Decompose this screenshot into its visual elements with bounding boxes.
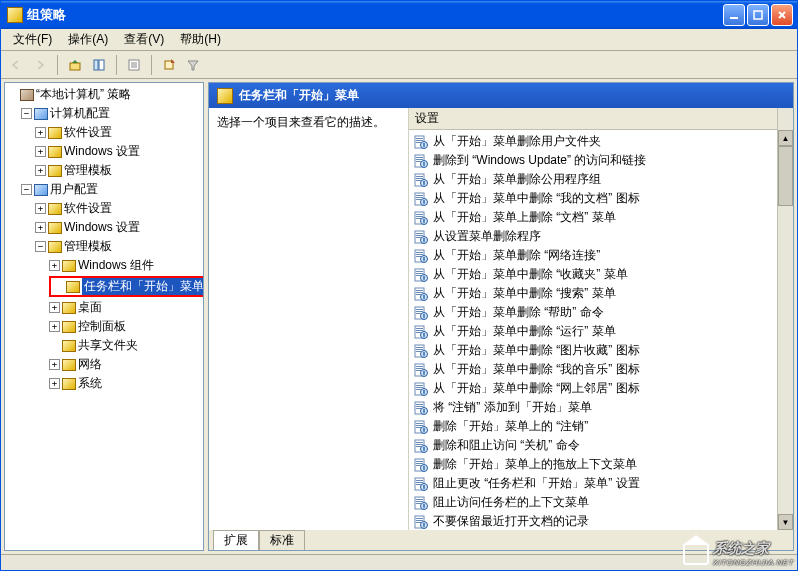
list-item[interactable]: 从「开始」菜单中删除 “收藏夹” 菜单 xyxy=(409,265,777,284)
tree-item-admin-templates[interactable]: −管理模板 xyxy=(35,237,201,256)
list-item-label: 删除「开始」菜单上的 “注销” xyxy=(433,418,588,435)
collapse-icon[interactable]: − xyxy=(21,108,32,119)
list-item[interactable]: 删除到 “Windows Update” 的访问和链接 xyxy=(409,151,777,170)
svg-rect-42 xyxy=(416,216,423,217)
tree-item[interactable]: +网络 xyxy=(49,355,201,374)
view-tabs: 扩展 标准 xyxy=(209,530,793,550)
forward-button xyxy=(29,54,51,76)
menu-help[interactable]: 帮助(H) xyxy=(172,29,229,50)
tree-item[interactable]: +桌面 xyxy=(49,298,201,317)
maximize-button[interactable] xyxy=(747,4,769,26)
menu-view[interactable]: 查看(V) xyxy=(116,29,172,50)
folder-icon xyxy=(62,378,76,390)
expand-icon[interactable]: + xyxy=(49,302,60,313)
folder-icon xyxy=(62,302,76,314)
list-item[interactable]: 将 “注销” 添加到「开始」菜单 xyxy=(409,398,777,417)
column-header-setting[interactable]: 设置 xyxy=(409,108,777,130)
tree-root[interactable]: “本地计算机” 策略 xyxy=(7,85,201,104)
list-item[interactable]: 删除「开始」菜单上的拖放上下文菜单 xyxy=(409,455,777,474)
tree-item-taskbar-selected[interactable]: 任务栏和「开始」菜单 xyxy=(49,275,201,298)
scroll-down-button[interactable]: ▼ xyxy=(778,514,793,530)
close-button[interactable] xyxy=(771,4,793,26)
svg-rect-102 xyxy=(423,374,424,375)
tree-item[interactable]: +软件设置 xyxy=(35,199,201,218)
scroll-up-button[interactable]: ▲ xyxy=(778,130,793,146)
scrollbar-top[interactable] xyxy=(777,108,793,130)
tree-pane[interactable]: “本地计算机” 策略 − 计算机配置 +软件设置 +Windows 设置 xyxy=(4,82,204,551)
menu-bar: 文件(F) 操作(A) 查看(V) 帮助(H) xyxy=(1,29,797,51)
list-item[interactable]: 从「开始」菜单中删除 “运行” 菜单 xyxy=(409,322,777,341)
tree-item[interactable]: +Windows 设置 xyxy=(35,142,201,161)
svg-rect-48 xyxy=(416,233,423,234)
tree-item[interactable]: +Windows 组件 xyxy=(49,256,201,275)
list-item[interactable]: 从「开始」菜单中删除 “搜索” 菜单 xyxy=(409,284,777,303)
svg-rect-104 xyxy=(416,385,423,386)
list-item[interactable]: 阻止访问任务栏的上下文菜单 xyxy=(409,493,777,512)
menu-action[interactable]: 操作(A) xyxy=(60,29,116,50)
tree-item[interactable]: 共享文件夹 xyxy=(49,336,201,355)
svg-rect-18 xyxy=(423,146,424,147)
list-item[interactable]: 从「开始」菜单删除公用程序组 xyxy=(409,170,777,189)
list-item[interactable]: 从「开始」菜单删除 “网络连接” xyxy=(409,246,777,265)
up-button[interactable] xyxy=(64,54,86,76)
expand-icon[interactable]: + xyxy=(35,203,46,214)
list-item-label: 从「开始」菜单中删除 “我的文档” 图标 xyxy=(433,190,640,207)
svg-rect-71 xyxy=(416,294,421,295)
svg-rect-81 xyxy=(423,317,424,318)
tree-computer-config[interactable]: − 计算机配置 xyxy=(21,104,201,123)
svg-rect-13 xyxy=(416,138,423,139)
tree-item[interactable]: +控制面板 xyxy=(49,317,201,336)
svg-rect-63 xyxy=(416,273,423,274)
policy-setting-icon xyxy=(413,419,429,435)
svg-rect-141 xyxy=(416,484,421,485)
expand-icon[interactable]: + xyxy=(49,321,60,332)
properties-button[interactable] xyxy=(123,54,145,76)
tab-extended[interactable]: 扩展 xyxy=(213,530,259,550)
list-item[interactable]: 从「开始」菜单中删除 “网上邻居” 图标 xyxy=(409,379,777,398)
list-item[interactable]: 从「开始」菜单中删除 “我的文档” 图标 xyxy=(409,189,777,208)
collapse-icon[interactable]: − xyxy=(21,184,32,195)
policy-icon xyxy=(20,89,34,101)
list-item[interactable]: 从「开始」菜单删除用户文件夹 xyxy=(409,132,777,151)
tab-standard[interactable]: 标准 xyxy=(259,530,305,550)
expand-icon[interactable]: + xyxy=(35,222,46,233)
svg-rect-108 xyxy=(423,390,424,393)
scroll-thumb[interactable] xyxy=(778,146,793,206)
tree-item[interactable]: +Windows 设置 xyxy=(35,218,201,237)
folder-icon xyxy=(48,146,62,158)
settings-list[interactable]: 从「开始」菜单删除用户文件夹删除到 “Windows Update” 的访问和链… xyxy=(409,130,777,530)
svg-rect-43 xyxy=(416,218,421,219)
expand-icon[interactable]: + xyxy=(35,146,46,157)
tree-item[interactable]: +系统 xyxy=(49,374,201,393)
vertical-scrollbar[interactable]: ▲ ▼ xyxy=(777,130,793,530)
menu-file[interactable]: 文件(F) xyxy=(5,29,60,50)
svg-rect-45 xyxy=(423,219,424,222)
svg-rect-24 xyxy=(423,162,424,165)
filter-button[interactable] xyxy=(182,54,204,76)
show-hide-tree-button[interactable] xyxy=(88,54,110,76)
app-window: 组策略 文件(F) 操作(A) 查看(V) 帮助(H) xyxy=(0,0,798,571)
list-item[interactable]: 删除「开始」菜单上的 “注销” xyxy=(409,417,777,436)
toolbar xyxy=(1,51,797,79)
collapse-icon[interactable]: − xyxy=(35,241,46,252)
list-item-label: 不要保留最近打开文档的记录 xyxy=(433,513,589,530)
expand-icon[interactable]: + xyxy=(35,127,46,138)
list-item[interactable]: 不要保留最近打开文档的记录 xyxy=(409,512,777,530)
tree-user-config[interactable]: − 用户配置 xyxy=(21,180,201,199)
list-item[interactable]: 从「开始」菜单上删除 “文档” 菜单 xyxy=(409,208,777,227)
list-item[interactable]: 从「开始」菜单中删除 “图片收藏” 图标 xyxy=(409,341,777,360)
minimize-button[interactable] xyxy=(723,4,745,26)
expand-icon[interactable]: + xyxy=(49,359,60,370)
expand-icon[interactable]: + xyxy=(49,260,60,271)
list-item[interactable]: 删除和阻止访问 “关机” 命令 xyxy=(409,436,777,455)
tree-item[interactable]: +软件设置 xyxy=(35,123,201,142)
expand-icon[interactable]: + xyxy=(35,165,46,176)
tree-item[interactable]: +管理模板 xyxy=(35,161,201,180)
expand-icon[interactable]: + xyxy=(49,378,60,389)
list-item[interactable]: 从设置菜单删除程序 xyxy=(409,227,777,246)
svg-rect-143 xyxy=(423,485,424,488)
list-item[interactable]: 从「开始」菜单删除 “帮助” 命令 xyxy=(409,303,777,322)
list-item[interactable]: 阻止更改 “任务栏和「开始」菜单” 设置 xyxy=(409,474,777,493)
list-item[interactable]: 从「开始」菜单中删除 “我的音乐” 图标 xyxy=(409,360,777,379)
export-button[interactable] xyxy=(158,54,180,76)
